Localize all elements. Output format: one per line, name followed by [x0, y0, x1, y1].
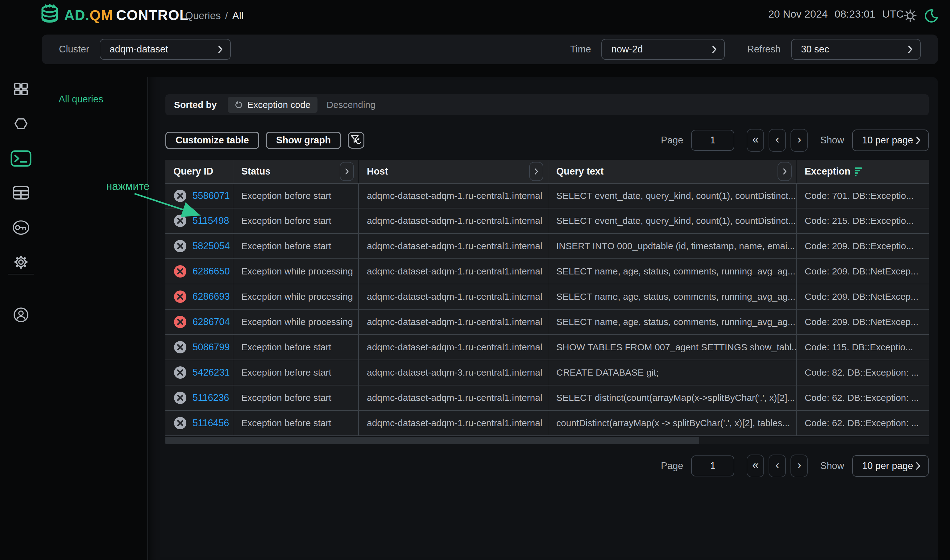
prev-page-button[interactable]: ‹ — [769, 129, 786, 152]
query-id-link[interactable]: 6286693 — [193, 291, 230, 302]
table-row[interactable]: 5116456 Exception before start adqmc-dat… — [165, 411, 929, 436]
exception-cell: Code: 209. DB::Exceptio... — [797, 234, 929, 258]
breadcrumb-section[interactable]: Queries — [185, 10, 221, 22]
host-cell: adqmc-dataset-adqm-1.ru-central1.interna… — [359, 385, 548, 410]
table-row[interactable]: 5116236 Exception before start adqmc-dat… — [165, 385, 929, 411]
refresh-interval-select[interactable]: 30 sec — [791, 39, 921, 60]
query-text-cell: SELECT event_date, query_kind, count(1),… — [548, 184, 797, 208]
cluster-hexagon-icon[interactable] — [0, 115, 42, 132]
table-row[interactable]: 5426231 Exception before start adqmc-dat… — [165, 360, 929, 385]
sun-icon[interactable] — [903, 9, 917, 24]
app-window: AD.QMCONTROL Queries / All 20 Nov 2024 0… — [0, 0, 950, 560]
filter-reset-icon — [350, 134, 362, 147]
sidebar-divider — [8, 274, 34, 274]
customize-table-button[interactable]: Customize table — [165, 132, 259, 149]
show-label: Show — [820, 460, 844, 471]
first-page-button[interactable]: « — [746, 129, 764, 152]
refresh-interval-value: 30 sec — [801, 44, 829, 55]
expand-column-button[interactable] — [777, 162, 792, 181]
expand-column-button[interactable] — [529, 162, 543, 181]
query-id-cell: 5825054 — [165, 234, 233, 258]
query-text-cell: SHOW TABLES FROM 007_agent SETTINGS show… — [548, 335, 797, 360]
status-cell: Exception before start — [233, 360, 359, 385]
status-icon — [173, 214, 187, 228]
clock-time: 08:23:01 — [834, 8, 875, 20]
prev-page-button[interactable]: ‹ — [769, 455, 786, 477]
page-number-input[interactable] — [691, 455, 734, 477]
refresh-label: Refresh — [747, 44, 780, 55]
status-cell: Exception before start — [233, 411, 359, 435]
host-cell: adqmc-dataset-adqm-1.ru-central1.interna… — [359, 411, 548, 435]
exception-cell: Code: 62. DB::Exception: ... — [797, 385, 929, 410]
dashboard-icon[interactable] — [0, 81, 42, 97]
expand-column-button[interactable] — [340, 162, 354, 181]
scrollbar-thumb[interactable] — [165, 437, 699, 444]
settings-gear-icon[interactable] — [0, 254, 42, 270]
server-clock: 20 Nov 2024 08:23:01 UTC — [768, 8, 904, 20]
query-id-link[interactable]: 5115498 — [193, 215, 229, 226]
table-row[interactable]: 5115498 Exception before start adqmc-dat… — [165, 208, 929, 234]
topbar: AD.QMCONTROL Queries / All 20 Nov 2024 0… — [0, 0, 950, 31]
host-cell: adqmc-dataset-adqm-1.ru-central1.interna… — [359, 284, 548, 309]
table-row[interactable]: 6286693 Exception while processing adqmc… — [165, 284, 929, 309]
query-id-cell: 6286650 — [165, 259, 233, 284]
query-text-cell: INSERT INTO 000_updtable (id, timestamp,… — [548, 234, 797, 258]
query-id-link[interactable]: 5825054 — [193, 240, 230, 252]
tables-icon[interactable] — [0, 186, 42, 200]
queries-terminal-icon[interactable] — [0, 150, 42, 167]
table-row[interactable]: 5086799 Exception before start adqmc-dat… — [165, 335, 929, 360]
annotation-label: нажмите — [106, 180, 150, 192]
time-range-select[interactable]: now-2d — [601, 39, 725, 60]
column-header-status: Status — [233, 160, 359, 183]
breadcrumb-current: All — [232, 10, 244, 22]
clock-timezone: UTC — [882, 8, 904, 20]
query-id-link[interactable]: 6286704 — [193, 316, 230, 328]
time-range-value: now-2d — [611, 44, 643, 55]
query-id-link[interactable]: 6286650 — [193, 266, 230, 277]
cluster-select[interactable]: adqm-dataset — [100, 39, 231, 60]
host-cell: adqmc-dataset-adqm-1.ru-central1.interna… — [359, 335, 548, 360]
query-id-link[interactable]: 5586071 — [193, 190, 230, 202]
sort-direction[interactable]: Descending — [327, 100, 375, 110]
query-id-cell: 5115498 — [165, 208, 233, 233]
pagination-bottom: Page « ‹ › Show 10 per page — [661, 455, 929, 477]
first-page-button[interactable]: « — [746, 455, 764, 477]
column-header-exception[interactable]: Exception — [797, 160, 929, 183]
query-text-cell: SELECT name, age, status, comments, runn… — [548, 309, 797, 334]
per-page-select[interactable]: 10 per page — [852, 129, 929, 151]
status-icon — [173, 239, 187, 253]
page-number-input[interactable] — [691, 130, 734, 151]
show-graph-button[interactable]: Show graph — [266, 132, 341, 149]
status-cell: Exception while processing — [233, 284, 359, 309]
query-text-cell: SELECT distinct(count(arrayMap(x->splitB… — [548, 385, 797, 410]
query-id-link[interactable]: 5426231 — [193, 367, 230, 378]
exception-cell: Code: 82. DB::Exception: ... — [797, 360, 929, 385]
query-id-link[interactable]: 5116236 — [193, 392, 229, 403]
host-cell: adqmc-dataset-adqm-1.ru-central1.interna… — [359, 208, 548, 233]
chevron-right-icon — [908, 45, 913, 54]
sidebar-item-all-queries[interactable]: All queries — [59, 94, 103, 105]
exception-cell: Code: 209. DB::NetExcep... — [797, 309, 929, 334]
table-row[interactable]: 5825054 Exception before start adqmc-dat… — [165, 234, 929, 259]
filter-reset-button[interactable] — [348, 132, 364, 149]
access-key-icon[interactable] — [0, 220, 42, 235]
query-id-link[interactable]: 5086799 — [193, 342, 230, 353]
table-row[interactable]: 6286704 Exception while processing adqmc… — [165, 309, 929, 335]
exception-cell: Code: 215. DB::Exceptio... — [797, 208, 929, 233]
table-row[interactable]: 5586071 Exception before start adqmc-dat… — [165, 183, 929, 208]
per-page-select[interactable]: 10 per page — [852, 455, 929, 477]
next-page-button[interactable]: › — [791, 455, 808, 477]
query-id-link[interactable]: 5116456 — [193, 417, 229, 429]
user-profile-icon[interactable] — [0, 307, 42, 323]
sort-field-chip[interactable]: Exception code — [228, 97, 317, 113]
clock-date: 20 Nov 2024 — [768, 8, 828, 20]
moon-icon[interactable] — [924, 9, 938, 24]
host-cell: adqmc-dataset-adqm-1.ru-central1.interna… — [359, 234, 548, 258]
table-row[interactable]: 6286650 Exception while processing adqmc… — [165, 259, 929, 284]
exception-cell: Code: 701. DB::Exceptio... — [797, 184, 929, 208]
query-text-cell: SELECT name, age, status, comments, runn… — [548, 259, 797, 284]
page-label: Page — [661, 135, 683, 146]
query-text-cell: countDistinct(arrayMap(x -> splitByChar(… — [548, 411, 797, 435]
status-icon — [173, 391, 187, 405]
next-page-button[interactable]: › — [791, 129, 808, 152]
